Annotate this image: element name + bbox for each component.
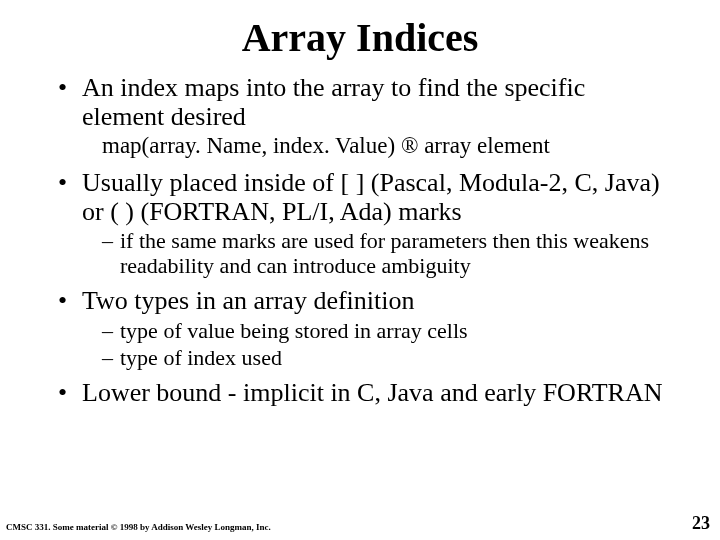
bullet-2-sub1: if the same marks are used for parameter… xyxy=(102,228,672,279)
map-expr-right: array element xyxy=(418,133,550,158)
bullet-2: Usually placed inside of [ ] (Pascal, Mo… xyxy=(58,168,672,279)
bullet-4-text: Lower bound - implicit in C, Java and ea… xyxy=(82,378,662,407)
bullet-list: An index maps into the array to find the… xyxy=(58,73,672,407)
slide: Array Indices An index maps into the arr… xyxy=(0,0,720,540)
bullet-3-sub1: type of value being stored in array cell… xyxy=(102,318,672,343)
bullet-1-sub: map(array. Name, index. Value) ® array e… xyxy=(102,133,672,159)
bullet-2-text: Usually placed inside of [ ] (Pascal, Mo… xyxy=(82,168,660,226)
bullet-4: Lower bound - implicit in C, Java and ea… xyxy=(58,378,672,407)
bullet-3: Two types in an array definition type of… xyxy=(58,286,672,370)
bullet-1: An index maps into the array to find the… xyxy=(58,73,672,160)
footer-left: CMSC 331. Some material © 1998 by Addiso… xyxy=(6,522,271,532)
bullet-3-sub2: type of index used xyxy=(102,345,672,370)
map-expr-left: map(array. Name, index. Value) xyxy=(102,133,401,158)
bullet-1-text: An index maps into the array to find the… xyxy=(82,73,585,131)
arrow-icon: ® xyxy=(401,133,418,158)
bullet-2-sublist: if the same marks are used for parameter… xyxy=(102,228,672,279)
page-number: 23 xyxy=(692,513,710,534)
bullet-3-text: Two types in an array definition xyxy=(82,286,414,315)
page-title: Array Indices xyxy=(0,0,720,67)
bullet-3-sublist: type of value being stored in array cell… xyxy=(102,318,672,371)
